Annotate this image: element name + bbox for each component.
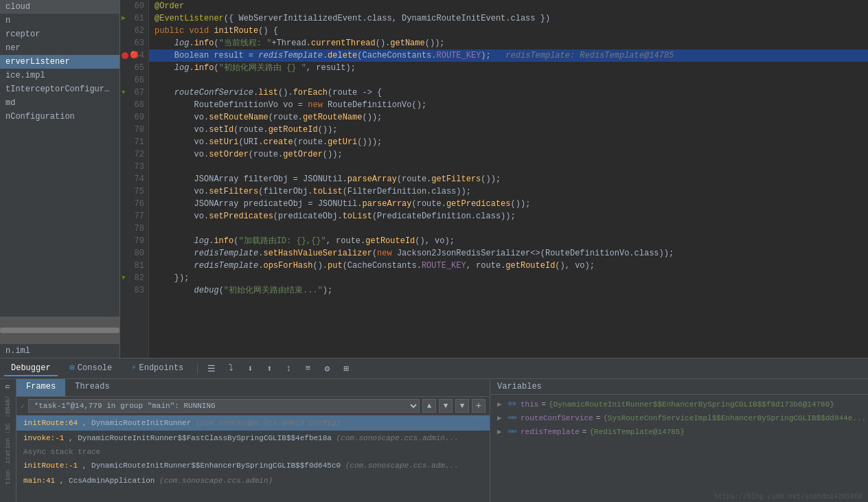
- code-line-69: vo.setRouteName(route.getRouteName());: [149, 111, 868, 124]
- line-num-62: 62: [120, 25, 148, 37]
- code-line-72: vo.setOrder(route.getOrder());: [149, 148, 868, 161]
- debugger-body: n :8848/ ication :SC tion Frames Threads…: [0, 379, 868, 502]
- frame-classname-async-1: CcsAdminApplication: [69, 477, 155, 485]
- var-item-routeconfservice[interactable]: ▶ ∞∞ routeConfService = {SysRouteConfSer…: [490, 411, 868, 425]
- sidebar-item-ice-impl[interactable]: ice.impl: [0, 69, 119, 82]
- line-num-68: 68: [120, 99, 148, 111]
- line-num-63: 63: [120, 37, 148, 49]
- line-num-80: 80: [120, 247, 148, 260]
- frame-item-async-0[interactable]: initRoute:-1 , DynamicRouteInitRunner$$E…: [16, 458, 490, 473]
- line-num-66: 66: [120, 74, 148, 87]
- var-item-redistemplate[interactable]: ▶ ∞∞ redisTemplate = {RedisTemplate@1478…: [490, 425, 868, 439]
- toolbar-btn-restore[interactable]: ⊞: [339, 362, 353, 376]
- frame-class-0: ,: [82, 419, 91, 427]
- sidebar-item-cloud[interactable]: cloud: [0, 0, 119, 14]
- var-item-this[interactable]: ▶ ≡≡ this = {DynamicRouteInitRunner$$Enh…: [490, 398, 868, 411]
- tab-debugger[interactable]: Debugger: [4, 361, 58, 376]
- frame-item-0[interactable]: initRoute:64 , DynamicRouteInitRunner (c…: [16, 415, 490, 431]
- line-num-61: ▶ 61: [120, 12, 148, 25]
- sidebar-item-iml[interactable]: n.iml: [0, 344, 119, 358]
- editor-area: cloud n rceptor ner erverListener ice.im…: [0, 0, 868, 358]
- code-content: 60 ▶ 61 62 63 🔴 64 65 66 ▼ 67 68: [120, 0, 868, 358]
- toolbar-separator-1: [197, 363, 198, 374]
- frame-pkg-0: (com.sonoscape.ccs.admin.config): [196, 419, 341, 427]
- line-num-82: ▼ 82: [120, 272, 148, 284]
- frame-method-0: initRoute:64: [23, 419, 78, 427]
- expand-icon-rt: ▶: [497, 426, 505, 437]
- code-line-75: vo.setFilters(filterObj.toList(FilterDef…: [149, 185, 868, 198]
- frame-class-async-0: ,: [82, 461, 91, 470]
- code-line-68: RouteDefinitionVo vo = new RouteDefiniti…: [149, 99, 868, 111]
- debugger-panel: Debugger ⊞ Console ⚡ Endpoints ☰ ⤵ ⬇ ⬆ ↕…: [0, 358, 868, 502]
- toolbar-btn-run-cursor[interactable]: ↕: [282, 362, 295, 376]
- variables-panel: Variables ▶ ≡≡ this = {DynamicRouteInitR…: [490, 379, 868, 502]
- var-key-rt: redisTemplate: [521, 426, 580, 437]
- frame-classname-1: DynamicRouteInitRunner$$FastClassBySprin…: [78, 434, 332, 442]
- var-key-this: this: [521, 399, 538, 410]
- frame-item-1[interactable]: invoke:-1 , DynamicRouteInitRunner$$Fast…: [16, 431, 490, 446]
- thread-select[interactable]: *task-1"@14,779 in group "main": RUNNING: [28, 399, 420, 413]
- line-num-69: 69: [120, 111, 148, 124]
- sidebar-item-interceptor-config[interactable]: tInterceptorConfiguration: [0, 82, 119, 96]
- expand-icon-rcs: ▶: [497, 413, 505, 424]
- line-num-76: 76: [120, 198, 148, 210]
- var-op-rcs: =: [596, 413, 601, 424]
- sidebar-item-n[interactable]: n: [0, 14, 119, 27]
- tab-endpoints[interactable]: ⚡ Endpoints: [124, 361, 190, 376]
- code-line-65: log.info("初始化网关路由 {} ", result);: [149, 62, 868, 74]
- toolbar-btn-eval[interactable]: ≡: [301, 362, 315, 376]
- expand-icon-this: ▶: [497, 399, 505, 410]
- line-num-75: 75: [120, 185, 148, 198]
- async-stack-header: Async stack trace: [16, 446, 490, 458]
- code-line-67: routeConfService.list().forEach(route ->…: [149, 87, 868, 99]
- var-val-this: {DynamicRouteInitRunner$$EnhancerBySprin…: [549, 399, 834, 410]
- frame-classname-0: DynamicRouteInitRunner: [91, 419, 191, 427]
- sidebar-item-md[interactable]: md: [0, 96, 119, 110]
- line-numbers: 60 ▶ 61 62 63 🔴 64 65 66 ▼ 67 68: [120, 0, 149, 358]
- debug-side-buttons: n :8848/ ication :SC tion: [0, 379, 16, 502]
- thread-add[interactable]: +: [472, 399, 486, 413]
- var-type-icon-rt: ∞∞: [508, 426, 516, 437]
- line-num-70: 70: [120, 124, 148, 136]
- thread-nav-down[interactable]: ▼: [439, 399, 453, 413]
- toolbar-btn-step-over[interactable]: ⤵: [224, 362, 238, 376]
- code-line-79: log.info("加载路由ID: {},{}", route.getRoute…: [149, 235, 868, 247]
- frame-pkg-val-async-1: (com.sonoscape.ccs.admin): [159, 477, 273, 485]
- line-num-73: 73: [120, 161, 148, 173]
- line-num-81: 81: [120, 260, 148, 272]
- console-icon: ⊞: [70, 363, 75, 373]
- thread-nav-up[interactable]: ▲: [422, 399, 436, 413]
- var-type-icon-rcs: ∞∞: [508, 413, 516, 424]
- sidebar-item-rceptor[interactable]: rceptor: [0, 27, 119, 41]
- line-num-79: 79: [120, 235, 148, 247]
- line-num-78: 78: [120, 223, 148, 235]
- tab-threads[interactable]: Threads: [65, 379, 119, 396]
- frame-pkg-val-async-0: (com.sonoscape.ccs.adm...: [345, 461, 459, 470]
- line-num-71: 71: [120, 136, 148, 148]
- tab-console[interactable]: ⊞ Console: [63, 361, 119, 376]
- frames-tabs: Frames Threads: [16, 379, 490, 397]
- sidebar-item-ner[interactable]: ner: [0, 41, 119, 55]
- frame-class-1: ,: [69, 434, 78, 442]
- gutter-fold-67: ▼: [122, 87, 125, 99]
- line-num-65: 65: [120, 62, 148, 74]
- var-op-rt: =: [582, 426, 587, 437]
- toolbar-btn-settings[interactable]: ⚙: [320, 362, 334, 376]
- watermark: https://blog.csdn.net/soando24203368: [714, 493, 863, 501]
- breakpoint-64[interactable]: [122, 52, 128, 59]
- gutter-fold-82: ▼: [122, 272, 125, 284]
- tab-frames[interactable]: Frames: [16, 379, 65, 396]
- toolbar-btn-step-into[interactable]: ⬇: [243, 362, 257, 376]
- code-line-82: });: [149, 272, 868, 284]
- line-num-60: 60: [120, 0, 148, 12]
- code-line-62: public void initRoute() {: [149, 25, 868, 37]
- sidebar-item-nconfiguration[interactable]: nConfiguration: [0, 110, 119, 124]
- code-panel: 60 ▶ 61 62 63 🔴 64 65 66 ▼ 67 68: [120, 0, 868, 358]
- sidebar-item-erverlistener[interactable]: erverListener: [0, 55, 119, 69]
- thread-filter[interactable]: ▼: [455, 399, 469, 413]
- frame-item-async-1[interactable]: main:41 , CcsAdminApplication (com.sonos…: [16, 473, 490, 488]
- toolbar-btn-step-out[interactable]: ⬆: [262, 362, 276, 376]
- toolbar-btn-list[interactable]: ☰: [205, 362, 218, 376]
- endpoints-icon: ⚡: [131, 363, 136, 373]
- code-line-74: JSONArray filterObj = JSONUtil.parseArra…: [149, 173, 868, 185]
